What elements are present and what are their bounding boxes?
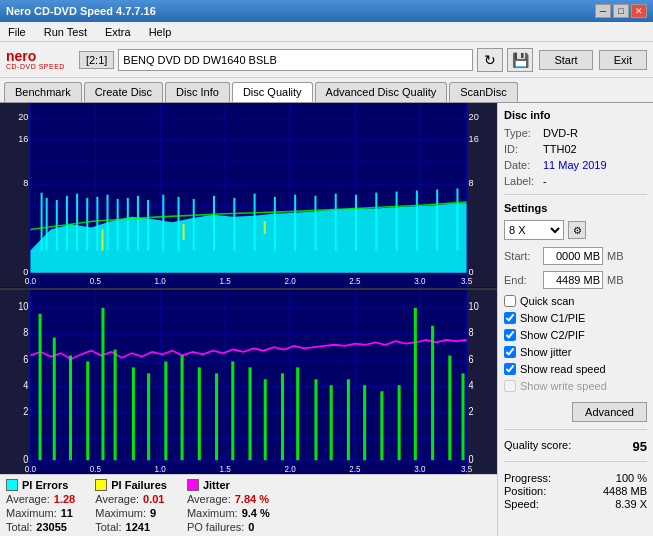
svg-rect-120	[281, 373, 284, 460]
svg-rect-54	[274, 197, 276, 251]
svg-text:0.0: 0.0	[25, 463, 36, 474]
svg-text:20: 20	[18, 112, 28, 122]
divider-1	[504, 194, 647, 195]
svg-rect-65	[183, 224, 185, 240]
svg-text:3.5: 3.5	[461, 277, 473, 286]
exit-button[interactable]: Exit	[599, 50, 647, 70]
show-c2-pif-checkbox[interactable]	[504, 329, 516, 341]
svg-rect-55	[294, 195, 296, 251]
jitter-legend: Jitter Average: 7.84 % Maximum: 9.4 % PO…	[187, 479, 270, 533]
jitter-avg: Average: 7.84 %	[187, 493, 270, 505]
svg-rect-109	[101, 307, 104, 459]
show-read-speed-checkbox[interactable]	[504, 363, 516, 375]
svg-text:2: 2	[23, 405, 29, 417]
start-mb-row: Start: MB	[504, 247, 647, 265]
quick-scan-checkbox[interactable]	[504, 295, 516, 307]
disc-date-row: Date: 11 May 2019	[504, 159, 647, 171]
svg-rect-111	[132, 367, 135, 460]
tab-create-disc[interactable]: Create Disc	[84, 82, 163, 102]
svg-text:1.5: 1.5	[220, 277, 232, 286]
toolbar: nero CD-DVD SPEED [2:1] BENQ DVD DD DW16…	[0, 42, 653, 78]
svg-rect-126	[380, 391, 383, 460]
id-value: TTH02	[543, 143, 577, 155]
svg-text:16: 16	[18, 134, 28, 144]
svg-text:2.5: 2.5	[349, 463, 360, 474]
tab-advanced-disc-quality[interactable]: Advanced Disc Quality	[315, 82, 448, 102]
pi-failures-avg: Average: 0.01	[95, 493, 167, 505]
svg-text:3.0: 3.0	[414, 277, 426, 286]
svg-text:8: 8	[23, 178, 28, 188]
pi-errors-color	[6, 479, 18, 491]
menu-help[interactable]: Help	[145, 24, 176, 40]
minimize-button[interactable]: ─	[595, 4, 611, 18]
svg-text:0: 0	[23, 267, 28, 277]
svg-rect-59	[375, 193, 377, 251]
svg-text:4: 4	[469, 379, 475, 391]
show-c1-pie-checkbox[interactable]	[504, 312, 516, 324]
svg-text:0.5: 0.5	[90, 277, 102, 286]
end-mb-label: End:	[504, 274, 539, 286]
end-mb-input[interactable]	[543, 271, 603, 289]
tab-scandisc[interactable]: ScanDisc	[449, 82, 517, 102]
show-jitter-checkbox[interactable]	[504, 346, 516, 358]
svg-rect-125	[363, 385, 366, 460]
speed-label: Speed:	[504, 498, 539, 510]
drive-dropdown[interactable]: BENQ DVD DD DW1640 BSLB	[118, 49, 473, 71]
show-c1-pie-label: Show C1/PIE	[520, 312, 585, 324]
svg-rect-112	[147, 373, 150, 460]
start-mb-label: Start:	[504, 250, 539, 262]
svg-rect-42	[96, 197, 98, 251]
id-label: ID:	[504, 143, 539, 155]
settings-gear-icon[interactable]: ⚙	[568, 221, 586, 239]
tab-benchmark[interactable]: Benchmark	[4, 82, 82, 102]
refresh-icon[interactable]: ↻	[477, 48, 503, 72]
quality-score-value: 95	[633, 439, 647, 454]
svg-rect-47	[147, 200, 149, 251]
disc-label-label: Label:	[504, 175, 539, 187]
advanced-button[interactable]: Advanced	[572, 402, 647, 422]
svg-rect-57	[335, 194, 337, 251]
save-icon[interactable]: 💾	[507, 48, 533, 72]
show-c2-pif-row: Show C2/PIF	[504, 329, 647, 341]
tab-disc-quality[interactable]: Disc Quality	[232, 82, 313, 102]
start-mb-input[interactable]	[543, 247, 603, 265]
svg-text:8: 8	[469, 178, 474, 188]
svg-text:3.5: 3.5	[461, 463, 472, 474]
window-controls: ─ □ ✕	[595, 4, 647, 18]
svg-rect-121	[296, 367, 299, 460]
position-value: 4488 MB	[603, 485, 647, 497]
type-value: DVD-R	[543, 127, 578, 139]
show-c2-pif-label: Show C2/PIF	[520, 329, 585, 341]
bottom-chart: 10 8 6 4 2 0 10 8 6 4 2 0 0.0 0.5 1.0 1.…	[0, 290, 497, 475]
svg-text:10: 10	[469, 300, 480, 312]
show-write-speed-checkbox	[504, 380, 516, 392]
show-jitter-label: Show jitter	[520, 346, 571, 358]
svg-rect-128	[414, 307, 417, 459]
top-chart-svg: 20 16 8 0 20 16 8 0 0.0 0.5 1.0 1.5 2.0 …	[0, 103, 497, 288]
divider-2	[504, 429, 647, 430]
speed-select[interactable]: 8 X	[504, 220, 564, 240]
tab-disc-info[interactable]: Disc Info	[165, 82, 230, 102]
drive-selector: [2:1] BENQ DVD DD DW1640 BSLB ↻ 💾	[79, 48, 534, 72]
quick-scan-row: Quick scan	[504, 295, 647, 307]
maximize-button[interactable]: □	[613, 4, 629, 18]
pi-failures-total: Total: 1241	[95, 521, 167, 533]
start-button[interactable]: Start	[539, 50, 592, 70]
svg-text:8: 8	[23, 326, 29, 338]
svg-rect-51	[213, 196, 215, 251]
menu-extra[interactable]: Extra	[101, 24, 135, 40]
svg-rect-64	[101, 230, 103, 251]
title-bar: Nero CD-DVD Speed 4.7.7.16 ─ □ ✕	[0, 0, 653, 22]
pi-errors-avg: Average: 1.28	[6, 493, 75, 505]
menu-file[interactable]: File	[4, 24, 30, 40]
menu-run-test[interactable]: Run Test	[40, 24, 91, 40]
svg-rect-118	[249, 367, 252, 460]
close-button[interactable]: ✕	[631, 4, 647, 18]
show-write-speed-label: Show write speed	[520, 380, 607, 392]
svg-rect-117	[231, 361, 234, 460]
pi-failures-color	[95, 479, 107, 491]
disc-label-row: Label: -	[504, 175, 647, 187]
svg-rect-1	[0, 103, 30, 288]
legend-area: PI Errors Average: 1.28 Maximum: 11 Tota…	[0, 474, 497, 536]
jitter-po-failures: PO failures: 0	[187, 521, 270, 533]
